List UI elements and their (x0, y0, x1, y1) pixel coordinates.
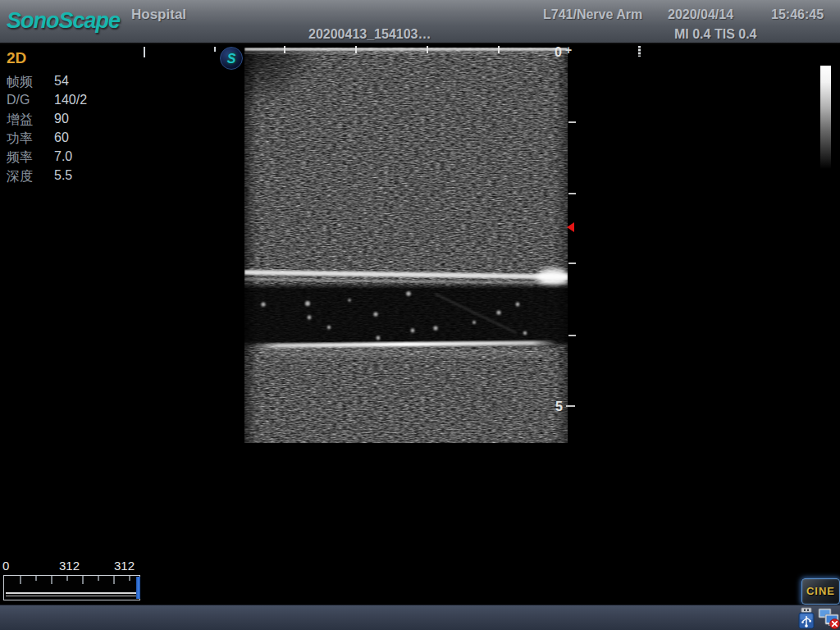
usb-device-icon[interactable] (797, 607, 818, 629)
probe-preset: L741/Nerve Arm (543, 7, 642, 22)
depth-ruler-tick (568, 121, 576, 123)
param-value: 60 (54, 130, 69, 149)
param-frequency: 频率 7.0 (7, 149, 87, 168)
ultrasound-b-mode-image (244, 48, 568, 443)
depth-ruler-five: 5 (555, 399, 563, 414)
taskbar (0, 605, 840, 630)
depth-ruler-tick (568, 335, 576, 336)
cine-track-line (6, 596, 138, 596)
cine-button[interactable]: CINE (801, 578, 840, 605)
param-label: D/G (7, 93, 54, 112)
param-label: 频率 (7, 149, 54, 168)
cine-frame-labels: 0 312 312 (0, 559, 148, 573)
param-gain: 增益 90 (7, 112, 87, 130)
cine-start-frame: 0 (2, 559, 9, 573)
width-ruler-tick (498, 46, 500, 53)
param-value: 7.0 (54, 149, 72, 168)
width-ruler-tick (284, 46, 285, 53)
cine-tick (129, 576, 130, 581)
param-value: 140/2 (54, 93, 87, 112)
width-ruler-tick (427, 46, 428, 53)
ultrasound-screen: SonoScape Hospital L741/Nerve Arm 2020/0… (0, 0, 840, 630)
network-disconnected-icon[interactable] (818, 607, 839, 629)
param-label: 帧频 (7, 74, 54, 93)
cine-tick (20, 576, 21, 584)
param-label: 深度 (7, 168, 54, 187)
cine-position-handle[interactable] (136, 577, 140, 599)
focus-marker-icon (567, 222, 574, 232)
depth-ruler-zero-tick: + (565, 43, 572, 57)
param-dynamic-range: D/G 140/2 (7, 93, 87, 112)
hospital-name: Hospital (131, 7, 186, 23)
param-label: 增益 (7, 112, 54, 130)
cine-tick (82, 576, 84, 584)
system-date: 2020/04/14 (668, 7, 733, 22)
top-status-bar: SonoScape Hospital L741/Nerve Arm 2020/0… (0, 0, 840, 44)
mode-label: 2D (7, 49, 87, 67)
param-power: 功率 60 (7, 130, 87, 149)
cine-tick (66, 576, 68, 581)
param-depth: 深度 5.5 (7, 168, 87, 187)
param-value: 90 (54, 112, 69, 130)
depth-ruler-tick (568, 262, 576, 264)
tgc-marker (144, 47, 145, 57)
tgc-marker (214, 47, 216, 52)
grayscale-map-bar (820, 66, 831, 169)
depth-ruler-tick (568, 193, 576, 194)
param-value: 54 (54, 74, 69, 93)
cine-current-frame: 312 (59, 559, 80, 573)
system-time: 15:46:45 (771, 7, 824, 22)
depth-ruler-zero: 0 (555, 45, 562, 60)
cine-tick (51, 576, 52, 584)
cine-total-frames: 312 (114, 559, 135, 573)
sonoscape-logo: SonoScape (7, 8, 120, 34)
cine-scrubber-track[interactable] (3, 575, 140, 600)
cine-tick (35, 576, 37, 581)
exam-file-name: 20200413_154103… (308, 27, 431, 42)
tgc-marker (638, 46, 641, 57)
cine-tick (113, 576, 115, 584)
probe-orientation-mark-icon: S (220, 47, 243, 70)
width-ruler-tick (355, 46, 357, 53)
cine-tick (98, 576, 99, 581)
param-value: 5.5 (54, 168, 72, 187)
param-frame-rate: 帧频 54 (7, 74, 87, 93)
depth-ruler-tick (566, 405, 575, 407)
acoustic-output-indices: MI 0.4 TIS 0.4 (674, 27, 756, 42)
param-label: 功率 (7, 130, 54, 149)
cine-track-line (6, 592, 138, 594)
imaging-parameters-panel: 2D 帧频 54 D/G 140/2 增益 90 功率 60 频率 7.0 深度… (7, 49, 87, 187)
